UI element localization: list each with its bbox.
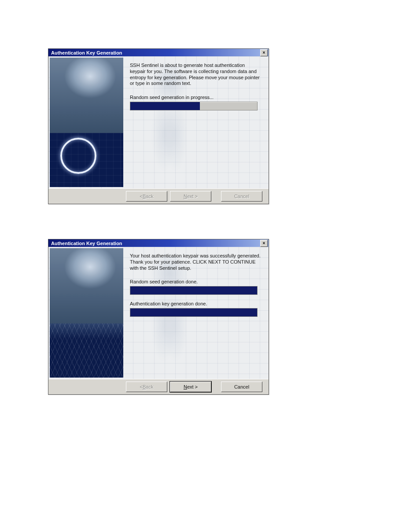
auth-progress-bar bbox=[130, 308, 258, 317]
dialog-footer: < Back Next > Cancel bbox=[48, 188, 269, 204]
seed-progress-fill bbox=[130, 102, 200, 110]
wizard-sidebar-image bbox=[50, 248, 123, 378]
glow-circle-icon bbox=[60, 138, 96, 174]
description-text: Your host authentication keypair was suc… bbox=[130, 253, 262, 271]
titlebar[interactable]: Authentication Key Generation × bbox=[48, 239, 269, 247]
dialog-body: SSH Sentinel is about to generate host a… bbox=[48, 56, 269, 188]
figure-torso bbox=[50, 248, 123, 323]
title-text: Authentication Key Generation bbox=[51, 241, 122, 246]
close-button[interactable]: × bbox=[260, 49, 268, 56]
auth-progress-label: Authentication key generation done. bbox=[130, 301, 262, 306]
auth-progress-fill bbox=[130, 308, 257, 316]
titlebar[interactable]: Authentication Key Generation × bbox=[48, 49, 269, 56]
cancel-button[interactable]: Cancel bbox=[221, 382, 262, 392]
close-icon: × bbox=[263, 51, 265, 55]
dialog-body: Your host authentication keypair was suc… bbox=[48, 247, 269, 379]
seed-progress-bar bbox=[130, 286, 258, 295]
content-area: SSH Sentinel is about to generate host a… bbox=[130, 62, 262, 117]
seed-progress-label: Random seed generation done. bbox=[130, 279, 262, 284]
title-text: Authentication Key Generation bbox=[51, 50, 122, 55]
cancel-button: Cancel bbox=[221, 191, 262, 202]
next-button[interactable]: Next > bbox=[170, 382, 211, 392]
back-button: < Back bbox=[126, 191, 167, 202]
seed-progress-bar bbox=[130, 102, 258, 110]
seed-progress-label: Random seed generation in progress... bbox=[130, 95, 262, 100]
figure-torso bbox=[50, 58, 123, 133]
dialog-authkey-done: Authentication Key Generation × Your hos… bbox=[48, 239, 269, 395]
close-button[interactable]: × bbox=[260, 240, 268, 247]
dialog-footer: < Back Next > Cancel bbox=[48, 379, 269, 394]
close-icon: × bbox=[263, 241, 265, 246]
dialog-authkey-progress: Authentication Key Generation × SSH Sent… bbox=[48, 48, 269, 204]
content-area: Your host authentication keypair was suc… bbox=[130, 253, 262, 323]
wizard-sidebar-image bbox=[50, 58, 123, 187]
figure-wireframe bbox=[50, 323, 123, 378]
seed-progress-fill bbox=[130, 286, 257, 294]
description-text: SSH Sentinel is about to generate host a… bbox=[130, 62, 262, 87]
back-button: < Back bbox=[126, 382, 167, 392]
next-button: Next > bbox=[170, 191, 211, 202]
